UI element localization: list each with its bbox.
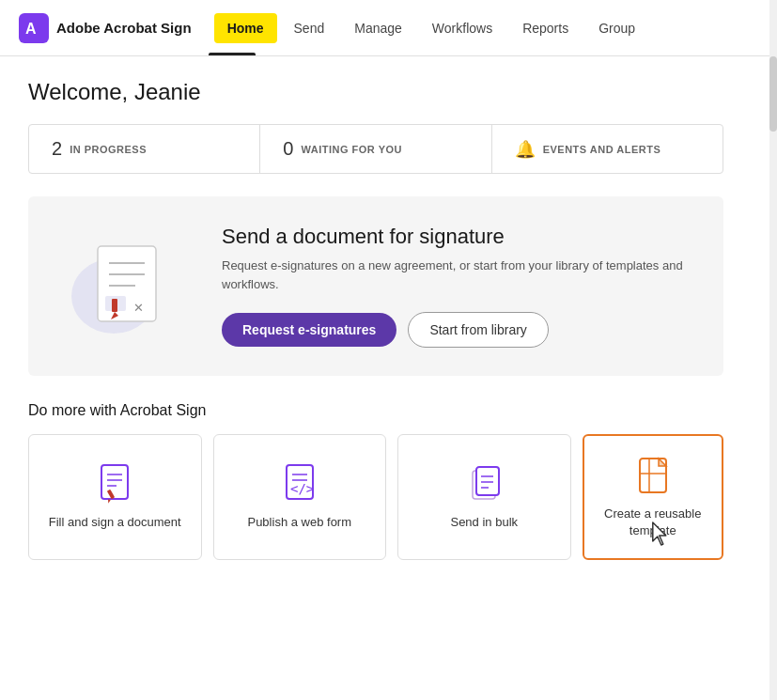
stats-bar: 2 IN PROGRESS 0 WAITING FOR YOU 🔔 EVENTS… <box>28 124 723 174</box>
navbar: A Adobe Acrobat Sign Home Send Manage Wo… <box>0 0 777 56</box>
request-esignatures-button[interactable]: Request e-signatures <box>222 313 396 347</box>
svg-marker-29 <box>653 522 666 545</box>
scrollbar[interactable] <box>769 0 777 700</box>
start-from-library-button[interactable]: Start from library <box>408 312 548 348</box>
banner-title: Send a document for signature <box>222 225 690 249</box>
card-fill-sign[interactable]: Fill and sign a document <box>28 434 202 560</box>
doc-illustration: ✕ <box>62 226 184 348</box>
fill-sign-icon <box>94 463 135 505</box>
adobe-logo-icon: A <box>19 13 49 43</box>
banner-actions: Request e-signatures Start from library <box>222 312 690 348</box>
card-publish-form[interactable]: </> Publish a web form <box>213 434 387 560</box>
welcome-title: Welcome, Jeanie <box>28 79 723 105</box>
stat-in-progress-number: 2 <box>52 138 62 160</box>
nav-item-send[interactable]: Send <box>281 0 338 55</box>
cards-row: Fill and sign a document </> Publish a w <box>28 434 723 560</box>
logo-area: A Adobe Acrobat Sign <box>19 13 192 43</box>
stat-in-progress[interactable]: 2 IN PROGRESS <box>29 125 260 173</box>
card-create-template-wrapper: Create a reusable template <box>583 434 724 560</box>
svg-rect-11 <box>101 465 128 499</box>
main-content: Welcome, Jeanie 2 IN PROGRESS 0 WAITING … <box>0 56 752 583</box>
nav-item-workflows[interactable]: Workflows <box>419 0 505 55</box>
bell-icon: 🔔 <box>515 139 536 160</box>
card-publish-form-label: Publish a web form <box>247 514 351 531</box>
nav-item-group[interactable]: Group <box>585 0 648 55</box>
svg-rect-22 <box>476 467 499 495</box>
stat-alerts[interactable]: 🔔 EVENTS AND ALERTS <box>492 126 723 173</box>
card-send-bulk[interactable]: Send in bulk <box>397 434 571 560</box>
send-bulk-icon <box>463 463 505 505</box>
card-send-bulk-label: Send in bulk <box>450 514 518 531</box>
nav-item-home[interactable]: Home <box>214 13 277 43</box>
cursor-icon <box>651 521 672 552</box>
stat-in-progress-label: IN PROGRESS <box>70 144 147 155</box>
signature-banner: ✕ Send a document for signature Request … <box>28 196 723 376</box>
publish-form-icon: </> <box>279 463 320 505</box>
svg-text:✕: ✕ <box>133 301 144 315</box>
banner-content: Send a document for signature Request e-… <box>222 225 690 348</box>
banner-description: Request e-signatures on a new agreement,… <box>222 257 690 293</box>
do-more-section: Do more with Acrobat Sign <box>28 402 723 560</box>
stat-waiting[interactable]: 0 WAITING FOR YOU <box>260 125 491 173</box>
stat-waiting-number: 0 <box>283 138 293 160</box>
nav-underline <box>209 53 256 55</box>
nav-links: Home Send Manage Workflows Reports Group <box>214 0 648 55</box>
scrollbar-thumb[interactable] <box>769 56 777 132</box>
create-template-icon <box>632 455 674 496</box>
card-fill-sign-label: Fill and sign a document <box>49 514 181 531</box>
stat-alerts-label: EVENTS AND ALERTS <box>543 144 661 155</box>
nav-item-manage[interactable]: Manage <box>341 0 415 55</box>
logo-text: Adobe Acrobat Sign <box>56 20 192 36</box>
svg-rect-9 <box>112 299 117 312</box>
svg-rect-15 <box>107 490 115 500</box>
nav-item-reports[interactable]: Reports <box>509 0 582 55</box>
stat-waiting-label: WAITING FOR YOU <box>301 144 402 155</box>
svg-text:</>: </> <box>290 481 314 496</box>
svg-text:A: A <box>25 21 37 37</box>
do-more-title: Do more with Acrobat Sign <box>28 402 723 419</box>
